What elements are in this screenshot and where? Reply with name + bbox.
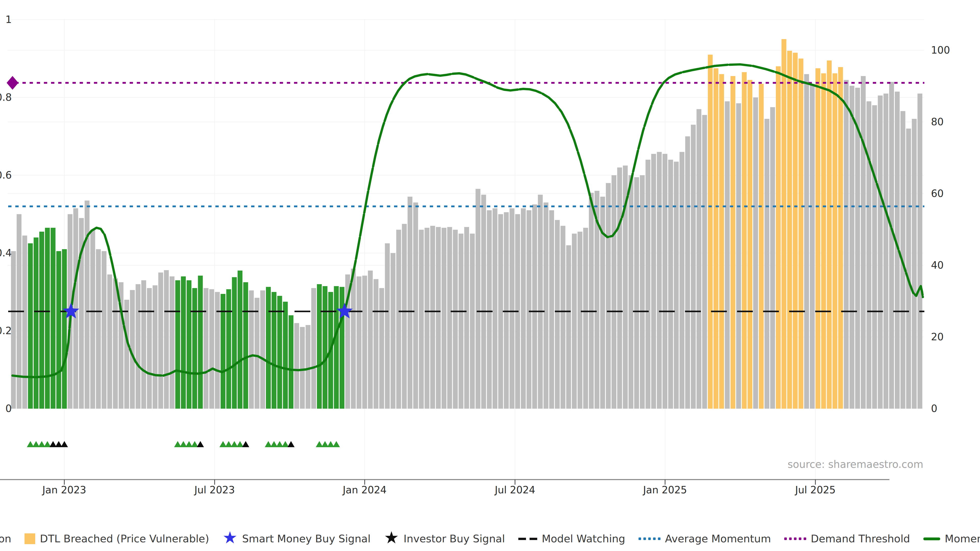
close-price-bar: [487, 210, 492, 409]
legend-label: Momentum Signal: [945, 533, 980, 545]
close-price-bar: [215, 292, 220, 409]
close-price-bar: [861, 76, 865, 409]
momentum-chart: Jan 2023Jul 2023Jan 2024Jul 2024Jan 2025…: [0, 0, 980, 551]
close-price-bar: [685, 137, 690, 409]
legend-item: Demand Threshold: [784, 533, 910, 545]
accumulation-triangle: [321, 441, 329, 447]
close-price-bar: [442, 228, 446, 409]
dtl-breached-bar: [759, 84, 764, 409]
close-price-bar: [662, 154, 667, 409]
close-price-bar: [305, 325, 310, 409]
close-price-bar: [430, 226, 435, 409]
accumulation-bar: [45, 228, 50, 409]
close-price-bar: [583, 228, 588, 409]
close-price-bar: [419, 230, 424, 409]
close-price-bar: [453, 230, 458, 409]
accumulation-triangle: [316, 441, 323, 447]
close-price-bar: [73, 208, 78, 409]
accumulation-bar: [266, 287, 271, 409]
close-price-bar: [476, 189, 480, 409]
close-price-bar: [458, 233, 463, 409]
close-price-bar: [765, 119, 770, 409]
close-price-bar: [85, 200, 89, 409]
accumulation-bar: [186, 280, 191, 409]
x-tick-label: Jan 2025: [642, 484, 687, 495]
momentum-chart-page: Jan 2023Jul 2023Jan 2024Jul 2024Jan 2025…: [0, 0, 980, 551]
close-price-bar: [753, 97, 758, 409]
close-price-bar: [566, 245, 571, 409]
accumulation-bar: [192, 288, 197, 409]
dtl-breached-bar: [821, 73, 826, 409]
close-price-bar: [850, 86, 854, 409]
close-price-bar: [810, 84, 815, 409]
accumulation-bar: [317, 284, 322, 409]
accumulation-triangle: [282, 441, 289, 447]
close-price-bar: [589, 193, 593, 409]
accumulation-triangle: [327, 441, 334, 447]
legend-swatch-square: [24, 534, 35, 544]
close-price-bar: [170, 276, 175, 409]
y-axis-left-label: 1: [5, 14, 12, 25]
close-price-bar: [407, 197, 412, 409]
close-price-bar: [889, 82, 894, 409]
close-price-bar: [390, 253, 395, 409]
legend-item: Accumulation: [0, 533, 11, 545]
close-price-bar: [362, 275, 367, 409]
accumulation-triangle: [32, 441, 40, 447]
y-axis-right-label: 80: [931, 116, 944, 127]
accumulation-bar: [277, 296, 282, 409]
close-price-bar: [628, 175, 633, 409]
source-note: source: sharemaestro.com: [788, 458, 923, 470]
close-price-bar: [164, 270, 169, 409]
accumulation-bar: [181, 276, 186, 409]
close-price-bar: [725, 101, 730, 409]
legend-label: Smart Money Buy Signal: [242, 533, 371, 545]
close-price-bar: [374, 279, 379, 409]
close-price-bar: [260, 290, 265, 409]
close-price-bar: [702, 115, 707, 409]
close-price-bar: [855, 88, 860, 409]
legend-item: Model Watching: [518, 533, 625, 545]
accumulation-bar: [238, 271, 242, 409]
close-price-bar: [102, 251, 107, 409]
dtl-breached-bar: [748, 80, 752, 409]
x-tick-label: Jul 2023: [194, 484, 235, 495]
y-axis-left-label: 0.2: [0, 325, 12, 337]
dtl-breached-bar: [827, 60, 832, 409]
close-price-bar: [356, 276, 361, 409]
close-price-bar: [697, 109, 701, 409]
close-price-bar: [158, 272, 163, 409]
legend-item: Average Momentum: [638, 533, 771, 545]
close-price-bar: [606, 183, 611, 409]
close-price-bar: [538, 195, 543, 409]
legend-label: Demand Threshold: [811, 533, 910, 545]
y-axis-right-label: 60: [931, 188, 944, 199]
accumulation-bar: [34, 238, 38, 409]
accumulation-triangle: [191, 441, 198, 447]
close-price-bar: [498, 214, 503, 409]
accumulation-bar: [28, 243, 33, 409]
accumulation-bar: [198, 275, 203, 409]
close-price-bar: [209, 289, 214, 409]
accumulation-triangle: [38, 441, 45, 447]
y-axis-left-label: 0.6: [0, 169, 12, 181]
legend-item: ★Investor Buy Signal: [384, 533, 505, 545]
accumulation-bar: [283, 302, 288, 409]
close-price-bar: [549, 210, 554, 409]
close-price-bar: [436, 227, 441, 409]
close-price-bar: [634, 177, 639, 409]
accumulation-triangle: [225, 441, 232, 447]
close-price-bar: [866, 101, 871, 409]
close-price-bar: [578, 232, 582, 409]
accumulation-bar: [62, 249, 67, 409]
close-price-bar: [674, 162, 679, 409]
x-tick-label: Jan 2023: [41, 484, 86, 495]
legend-item: DTL Breached (Price Vulnerable): [24, 533, 209, 545]
close-price-bar: [544, 203, 549, 409]
accumulation-triangle: [180, 441, 187, 447]
accumulation-bar: [56, 251, 61, 409]
accumulation-triangle: [237, 441, 244, 447]
x-tick-label: Jan 2024: [342, 484, 387, 495]
dtl-breached-bar: [793, 53, 798, 409]
close-price-bar: [560, 226, 565, 409]
